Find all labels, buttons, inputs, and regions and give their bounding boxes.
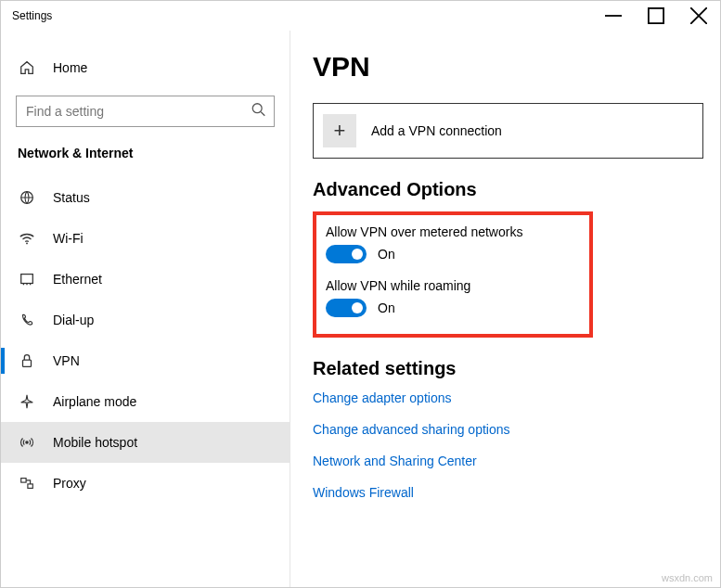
related-settings-heading: Related settings <box>313 358 703 379</box>
sidebar-item-airplane[interactable]: Airplane mode <box>1 381 290 422</box>
roaming-toggle-row: On <box>326 299 563 317</box>
sidebar-item-wifi[interactable]: Wi-Fi <box>1 218 290 259</box>
sidebar-item-label: Airplane mode <box>53 394 136 409</box>
advanced-options-highlight: Allow VPN over metered networks On Allow… <box>313 211 593 338</box>
window-controls <box>592 1 720 31</box>
roaming-label: Allow VPN while roaming <box>326 278 563 293</box>
sidebar-item-label: Proxy <box>53 476 86 491</box>
proxy-icon <box>18 475 36 492</box>
sidebar-item-label: Wi-Fi <box>53 231 84 246</box>
sidebar-item-status[interactable]: Status <box>1 177 290 218</box>
add-vpn-label: Add a VPN connection <box>371 123 502 138</box>
link-adapter-options[interactable]: Change adapter options <box>313 390 703 405</box>
svg-point-3 <box>26 243 28 245</box>
link-sharing-options[interactable]: Change advanced sharing options <box>313 422 703 437</box>
home-link[interactable]: Home <box>1 47 290 88</box>
metered-toggle[interactable] <box>326 245 367 263</box>
advanced-options-heading: Advanced Options <box>313 179 703 200</box>
plus-icon: + <box>323 114 356 147</box>
close-button[interactable] <box>677 1 720 31</box>
home-label: Home <box>53 60 87 75</box>
sidebar-item-dialup[interactable]: Dial-up <box>1 300 290 340</box>
sidebar-item-vpn[interactable]: VPN <box>1 340 290 381</box>
vpn-icon <box>18 352 36 369</box>
metered-label: Allow VPN over metered networks <box>326 224 563 239</box>
window-body: Home Network & Internet Status Wi-Fi Eth… <box>1 31 720 587</box>
svg-point-1 <box>252 104 262 113</box>
svg-rect-4 <box>21 275 33 284</box>
link-windows-firewall[interactable]: Windows Firewall <box>313 485 703 500</box>
sidebar-item-label: Ethernet <box>53 272 102 287</box>
svg-rect-5 <box>23 360 32 366</box>
svg-rect-0 <box>649 8 663 23</box>
sidebar-item-ethernet[interactable]: Ethernet <box>1 259 290 300</box>
metered-toggle-row: On <box>326 245 563 263</box>
sidebar: Home Network & Internet Status Wi-Fi Eth… <box>1 31 290 587</box>
sidebar-item-label: Mobile hotspot <box>53 435 137 450</box>
maximize-button[interactable] <box>635 1 677 31</box>
search-wrap <box>16 96 275 127</box>
home-icon <box>18 59 36 76</box>
sidebar-item-label: Dial-up <box>53 313 94 327</box>
page-title: VPN <box>313 51 703 83</box>
svg-rect-7 <box>21 479 26 483</box>
search-input[interactable] <box>16 96 275 127</box>
sidebar-item-label: VPN <box>53 353 80 368</box>
watermark: wsxdn.com <box>662 572 713 583</box>
wifi-icon <box>18 230 36 247</box>
related-links: Change adapter options Change advanced s… <box>313 390 703 500</box>
minimize-button[interactable] <box>592 1 635 31</box>
sidebar-item-proxy[interactable]: Proxy <box>1 463 290 504</box>
titlebar: Settings <box>1 1 720 31</box>
ethernet-icon <box>18 271 36 288</box>
minimize-icon <box>605 7 622 24</box>
category-heading: Network & Internet <box>1 140 290 177</box>
sidebar-item-label: Status <box>53 190 90 205</box>
add-vpn-button[interactable]: + Add a VPN connection <box>313 103 703 159</box>
dialup-icon <box>18 312 36 328</box>
maximize-icon <box>648 7 664 24</box>
link-network-sharing-center[interactable]: Network and Sharing Center <box>313 454 703 468</box>
roaming-toggle[interactable] <box>326 299 367 317</box>
svg-rect-8 <box>28 484 32 489</box>
svg-point-6 <box>25 441 29 444</box>
hotspot-icon <box>18 434 36 451</box>
search-icon <box>251 102 267 121</box>
close-icon <box>690 7 707 24</box>
window-title: Settings <box>12 9 52 22</box>
airplane-icon <box>18 393 36 410</box>
status-icon <box>18 189 36 206</box>
sidebar-item-hotspot[interactable]: Mobile hotspot <box>1 422 290 463</box>
settings-window: Settings Home <box>0 0 721 588</box>
roaming-state: On <box>378 300 395 315</box>
content-pane: VPN + Add a VPN connection Advanced Opti… <box>290 31 720 587</box>
metered-state: On <box>378 247 395 262</box>
